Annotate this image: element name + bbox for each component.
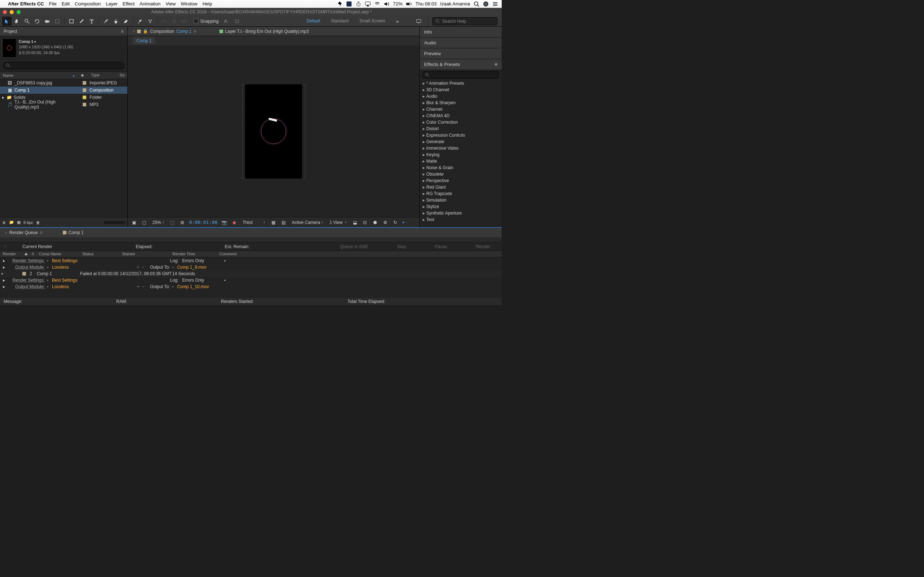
- effects-category[interactable]: ▶Channel: [420, 106, 502, 113]
- search-help-input[interactable]: Search Help: [432, 17, 498, 25]
- menu-window[interactable]: Window: [181, 1, 197, 6]
- airplay-icon[interactable]: [365, 1, 371, 7]
- header-name[interactable]: Name▲: [0, 72, 78, 79]
- effects-category[interactable]: ▶Expression Controls: [420, 132, 502, 139]
- effects-category[interactable]: ▶Simulation: [420, 197, 502, 203]
- delete-icon[interactable]: 🗑: [36, 220, 40, 225]
- tag-swatch[interactable]: [82, 89, 86, 92]
- menu-animation[interactable]: Animation: [140, 1, 161, 6]
- panel-preview[interactable]: Preview: [420, 48, 502, 59]
- tag-swatch[interactable]: [82, 103, 86, 106]
- menu-help[interactable]: Help: [202, 1, 212, 6]
- disclosure-icon[interactable]: ▶: [3, 266, 7, 269]
- new-folder-icon[interactable]: 📁: [9, 220, 14, 225]
- render-button[interactable]: Render: [469, 244, 498, 249]
- chevron-down-icon[interactable]: ▾: [47, 279, 52, 282]
- spotlight-icon[interactable]: [473, 1, 479, 7]
- close-tab-icon[interactable]: ×: [133, 29, 135, 33]
- view-dropdown[interactable]: 1 View▾: [328, 220, 348, 225]
- effects-category[interactable]: ▶Noise & Grain: [420, 164, 502, 171]
- effects-category[interactable]: ▶CINEMA 4D: [420, 113, 502, 119]
- effects-category[interactable]: ▶* Animation Presets: [420, 80, 502, 87]
- camera-tool[interactable]: [43, 16, 52, 26]
- siri-icon[interactable]: [483, 1, 489, 7]
- log-dropdown[interactable]: Errors Only▾: [182, 278, 226, 283]
- timecode[interactable]: 0:00:01:08: [189, 220, 217, 225]
- bpc-label[interactable]: 8 bpc: [23, 220, 33, 225]
- eraser-tool[interactable]: [121, 16, 131, 26]
- new-comp-icon[interactable]: ▦: [17, 220, 21, 225]
- effects-category[interactable]: ▶Immersive Video: [420, 145, 502, 152]
- effects-search-input[interactable]: [423, 71, 499, 79]
- interpret-footage-icon[interactable]: 🗎: [2, 220, 6, 225]
- viewer-tab-composition[interactable]: × 🔒 Composition Comp 1 ≡: [130, 27, 199, 36]
- effects-category[interactable]: ▶Color Correction: [420, 119, 502, 126]
- panel-menu-icon[interactable]: ≡: [494, 62, 498, 67]
- flowchart-comp[interactable]: Comp 1: [133, 37, 155, 44]
- workspace-default[interactable]: Default: [307, 18, 320, 24]
- rq-header-status[interactable]: Status: [79, 251, 119, 257]
- vf-icon-1[interactable]: ⬓: [352, 219, 358, 226]
- add-output-icon[interactable]: +: [137, 265, 142, 270]
- chevron-down-icon[interactable]: ▾: [172, 285, 177, 288]
- project-search-input[interactable]: [3, 62, 124, 69]
- snap-option-1[interactable]: [221, 16, 230, 26]
- effects-category[interactable]: ▶Generate: [420, 139, 502, 145]
- add-icon[interactable]: +: [402, 220, 405, 225]
- disclosure-icon[interactable]: 〉: [4, 244, 8, 249]
- clone-stamp-tool[interactable]: [111, 16, 121, 26]
- project-item[interactable]: 🎵T.I.- B...Em Out (High Quality).mp3MP3: [0, 101, 128, 108]
- queue-in-ame-button[interactable]: Queue in AME: [333, 244, 375, 249]
- mesh-tool-2[interactable]: [170, 16, 179, 26]
- close-window-button[interactable]: [3, 10, 7, 14]
- rq-header-num[interactable]: #: [29, 251, 36, 257]
- output-module-value[interactable]: Lossless: [52, 265, 69, 270]
- menu-edit[interactable]: Edit: [62, 1, 69, 6]
- pen-tool[interactable]: [77, 16, 86, 26]
- project-item[interactable]: ▦Comp 1Composition: [0, 87, 128, 94]
- effects-category[interactable]: ▶Perspective: [420, 177, 502, 184]
- rq-header-comment[interactable]: Comment: [216, 251, 240, 257]
- rq-header-comp[interactable]: Comp Name: [36, 251, 79, 257]
- chevron-down-icon[interactable]: ▾: [47, 266, 52, 269]
- effects-category[interactable]: ▶Distort: [420, 126, 502, 132]
- workspace-overflow-icon[interactable]: »: [396, 18, 399, 24]
- viewer-tab-layer[interactable]: Layer T.I.- Bring Em Out (High Quality).…: [216, 27, 312, 36]
- render-settings-label[interactable]: Render Settings:: [7, 258, 47, 263]
- hand-tool[interactable]: [12, 16, 22, 26]
- add-output-icon[interactable]: +: [137, 284, 142, 289]
- share-screen-icon[interactable]: [414, 16, 423, 26]
- rectangle-tool[interactable]: [67, 16, 76, 26]
- effects-category[interactable]: ▶Keying: [420, 152, 502, 158]
- zoom-tool[interactable]: [23, 16, 32, 26]
- workspace-standard[interactable]: Standard: [331, 18, 349, 24]
- tag-swatch[interactable]: [82, 81, 86, 85]
- header-tag-icon[interactable]: ◆: [78, 72, 88, 79]
- render-queue-tab[interactable]: × Render Queue ≡: [2, 230, 45, 235]
- user-name[interactable]: Izaak Amanna: [440, 1, 470, 6]
- output-module-label[interactable]: Output Module:: [7, 284, 47, 289]
- mesh-tool[interactable]: [160, 16, 169, 26]
- rq-header-rtime[interactable]: Render Time: [170, 251, 216, 257]
- location-icon[interactable]: [337, 1, 342, 7]
- timeline-comp-tab[interactable]: Comp 1: [60, 230, 87, 235]
- transparency-grid-icon[interactable]: ▢: [141, 219, 147, 226]
- remove-output-icon[interactable]: −: [142, 265, 147, 270]
- snap-option-2[interactable]: [233, 16, 242, 26]
- puppet-tool[interactable]: [145, 16, 155, 26]
- tab-menu-icon[interactable]: ≡: [194, 29, 196, 34]
- menu-layer[interactable]: Layer: [106, 1, 118, 6]
- project-panel-header[interactable]: Project ≡: [0, 27, 128, 36]
- project-slider[interactable]: [103, 221, 125, 224]
- effects-category[interactable]: ▶Synthetic Aperture: [420, 210, 502, 216]
- header-type[interactable]: Type: [88, 72, 116, 79]
- render-settings-value[interactable]: Best Settings: [52, 278, 78, 283]
- output-to-value[interactable]: Comp 1_10.mov: [177, 284, 209, 289]
- effects-category[interactable]: ▶Obsolete: [420, 171, 502, 177]
- app-status-icon[interactable]: [346, 1, 352, 7]
- panel-audio[interactable]: Audio: [420, 37, 502, 48]
- wifi-icon[interactable]: [374, 1, 380, 7]
- volume-icon[interactable]: [384, 1, 389, 7]
- disclosure-icon[interactable]: ▶: [3, 279, 7, 282]
- minimize-window-button[interactable]: [10, 10, 14, 14]
